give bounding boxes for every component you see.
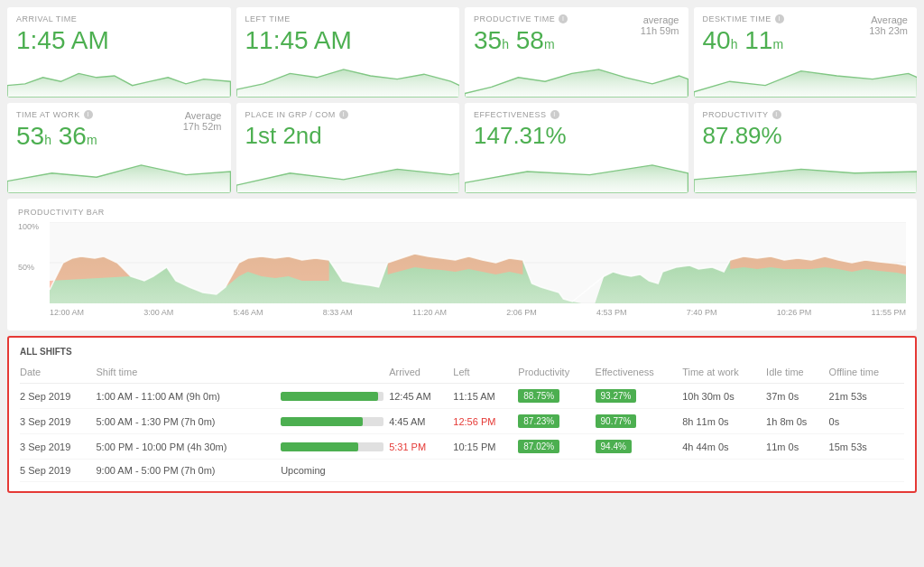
time-at-work-average: Average 17h 52m (183, 110, 222, 132)
x-axis-labels: 12:00 AM 3:00 AM 5:46 AM 8:33 AM 11:20 A… (50, 303, 906, 321)
shift-time-range: 5:00 AM - 1:30 PM (7h 0m) (96, 409, 281, 434)
shift-productivity: 87.02% (518, 434, 595, 460)
shift-arrived (389, 460, 453, 482)
shift-time-at-work: 4h 44m 0s (682, 434, 766, 460)
col-shift-time: Shift time (96, 364, 281, 384)
effectiveness-badge: 90.77% (596, 414, 637, 428)
effectiveness-chart (465, 157, 688, 193)
shifts-title: ALL SHIFTS (20, 347, 904, 357)
productivity-chart-svg (694, 157, 918, 193)
time-at-work-chart-svg (7, 157, 231, 193)
place-in-grp-card: PLACE IN GRP / COM i 1st 2nd (236, 103, 460, 193)
shift-upcoming-label: Upcoming (281, 460, 389, 482)
svg-marker-5 (236, 169, 460, 193)
shift-arrived: 5:31 PM (389, 434, 453, 460)
col-progress-bar (281, 364, 389, 384)
left-chart-svg (236, 61, 460, 98)
effectiveness-label: EFFECTIVENESS i (474, 110, 679, 119)
place-in-grp-chart (236, 157, 460, 193)
productive-time-info-icon[interactable]: i (559, 14, 568, 23)
productivity-bar-chart: 100% 50% (18, 222, 906, 321)
productive-time-average: average 11h 59m (641, 14, 679, 36)
shift-arrived: 4:45 AM (389, 409, 453, 434)
shift-effectiveness: 94.4% (596, 434, 683, 460)
productivity-chart (694, 157, 918, 193)
progress-bar-fill (281, 392, 378, 401)
effectiveness-info-icon[interactable]: i (550, 110, 559, 119)
col-left: Left (453, 364, 518, 384)
svg-marker-3 (694, 71, 918, 98)
table-row: 2 Sep 2019 1:00 AM - 11:00 AM (9h 0m) 12… (20, 384, 904, 409)
col-offline-time: Offline time (829, 364, 904, 384)
shift-date: 3 Sep 2019 (20, 409, 96, 434)
shift-productivity (518, 460, 595, 482)
shift-date: 5 Sep 2019 (20, 460, 96, 482)
arrival-time-card: ARRIVAL TIME 1:45 AM (7, 7, 231, 98)
time-at-work-info-icon[interactable]: i (84, 110, 93, 119)
dashboard: ARRIVAL TIME 1:45 AM LEFT TIME (0, 0, 924, 500)
time-at-work-card: TIME AT WORK i Average 17h 52m 53h 36m (7, 103, 231, 193)
shift-progress-cell (281, 384, 389, 409)
shift-offline-time: 21m 53s (829, 384, 904, 409)
shift-productivity: 88.75% (518, 384, 595, 409)
desktime-chart-svg (694, 61, 918, 98)
arrival-time-label: ARRIVAL TIME (16, 14, 222, 23)
progress-bar-fill (281, 417, 363, 426)
col-date: Date (20, 364, 96, 384)
place-in-grp-info-icon[interactable]: i (339, 110, 348, 119)
productivity-value: 87.89% (703, 123, 909, 149)
shift-time-range: 9:00 AM - 5:00 PM (7h 0m) (96, 460, 281, 482)
shift-time-range: 5:00 PM - 10:00 PM (4h 30m) (96, 434, 281, 460)
shift-progress-cell (281, 434, 389, 460)
arrival-chart-svg (7, 61, 231, 98)
shifts-table: Date Shift time Arrived Left Productivit… (20, 364, 904, 482)
productivity-label: PRODUCTIVITY i (703, 110, 909, 119)
progress-bar-bg (281, 442, 383, 451)
shift-time-at-work (682, 460, 766, 482)
productivity-badge: 87.23% (518, 414, 559, 428)
shift-left (453, 460, 518, 482)
place-in-grp-value: 1st 2nd (245, 123, 451, 149)
place-chart-svg (236, 157, 460, 193)
shift-idle-time (766, 460, 829, 482)
shift-progress-cell (281, 409, 389, 434)
stats-row-2: TIME AT WORK i Average 17h 52m 53h 36m (7, 103, 917, 193)
progress-bar-fill (281, 442, 358, 451)
shift-left: 11:15 AM (453, 384, 518, 409)
time-at-work-chart (7, 157, 231, 193)
shift-offline-time: 15m 53s (829, 434, 904, 460)
y-axis-labels: 100% 50% (18, 222, 50, 303)
shift-idle-time: 11m 0s (766, 434, 829, 460)
bar-chart-svg (50, 222, 906, 303)
shift-offline-time (829, 460, 904, 482)
effectiveness-chart-svg (465, 157, 688, 193)
progress-bar-bg (281, 417, 383, 426)
desktime-info-icon[interactable]: i (775, 14, 784, 23)
svg-marker-6 (465, 165, 688, 193)
table-row: 3 Sep 2019 5:00 PM - 10:00 PM (4h 30m) 5… (20, 434, 904, 460)
col-idle-time: Idle time (766, 364, 829, 384)
left-time-label: LEFT TIME (245, 14, 451, 23)
left-time-card: LEFT TIME 11:45 AM (236, 7, 460, 98)
svg-marker-4 (7, 165, 231, 193)
col-time-at-work: Time at work (682, 364, 766, 384)
arrival-time-value: 1:45 AM (16, 27, 222, 55)
place-in-grp-label: PLACE IN GRP / COM i (245, 110, 451, 119)
arrival-time-chart (7, 61, 231, 98)
bar-chart-area (50, 222, 906, 303)
shift-idle-time: 1h 8m 0s (766, 409, 829, 434)
productivity-bar-section: PRODUCTIVITY BAR 100% 50% (7, 199, 917, 330)
col-productivity: Productivity (518, 364, 595, 384)
shift-arrived: 12:45 AM (389, 384, 453, 409)
svg-marker-2 (465, 70, 688, 98)
effectiveness-card: EFFECTIVENESS i 147.31% (465, 103, 688, 193)
productivity-badge: 88.75% (518, 389, 559, 403)
left-time-chart (236, 61, 460, 98)
productivity-bar-title: PRODUCTIVITY BAR (18, 208, 906, 217)
productivity-info-icon[interactable]: i (772, 110, 781, 119)
shift-productivity: 87.23% (518, 409, 595, 434)
shift-time-range: 1:00 AM - 11:00 AM (9h 0m) (96, 384, 281, 409)
shift-left: 10:15 PM (453, 434, 518, 460)
svg-marker-1 (236, 70, 460, 98)
productive-time-card: PRODUCTIVE TIME i average 11h 59m 35h 58… (465, 7, 688, 98)
